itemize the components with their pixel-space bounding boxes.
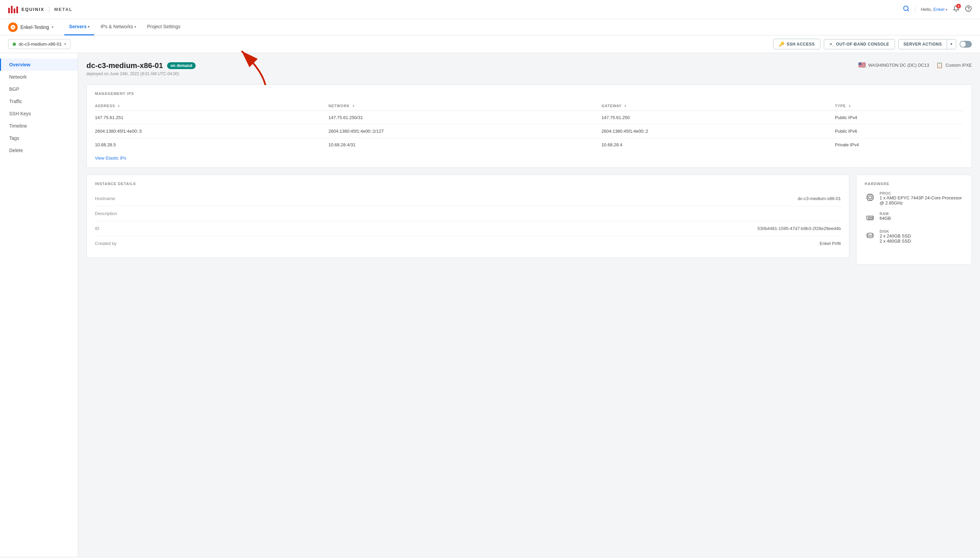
ip-type-cell: Public IPv4 xyxy=(835,111,963,125)
hardware-items: PROC 1 x AMD EPYC 7443P 24-Core Processo… xyxy=(865,191,963,244)
ipxe-text: Custom iPXE xyxy=(946,62,972,68)
logo-bars xyxy=(8,6,18,13)
nav-item-servers[interactable]: Servers ▾ xyxy=(64,19,94,35)
server-actions-caret[interactable]: ▾ xyxy=(947,39,956,49)
server-header: dc-c3-medium-x86-01 on demand deployed o… xyxy=(87,61,972,76)
toggle-button[interactable] xyxy=(960,41,972,48)
table-row: 147.75.61.251 147.75.61.250/31 147.75.61… xyxy=(95,111,963,125)
svg-rect-24 xyxy=(869,217,870,219)
ip-gateway-cell: 2604:1380:45f1:4e00::2 xyxy=(602,125,835,138)
col-gateway[interactable]: GATEWAY ⇕ xyxy=(602,101,835,111)
out-of-band-console-button[interactable]: >_ OUT-OF-BAND CONSOLE xyxy=(824,39,895,49)
svg-rect-26 xyxy=(872,217,873,219)
ipxe-icon: 📋 xyxy=(936,62,943,68)
logo-icon xyxy=(8,6,18,13)
sort-network: ⇕ xyxy=(352,105,355,108)
table-row: 2604:1380:45f1:4e00::3 2604:1380:45f1:4e… xyxy=(95,125,963,138)
detail-label: Created by xyxy=(95,236,356,251)
top-nav-right: Hello, Enkel ▾ 1 xyxy=(903,5,972,14)
server-actions-main[interactable]: SERVER ACTIONS xyxy=(899,39,947,49)
sort-gateway: ⇕ xyxy=(624,105,627,108)
hardware-item: DISK 2 x 240GB SSD2 x 480GB SSD xyxy=(865,229,963,244)
logo: EQUINIX METAL xyxy=(8,6,72,13)
sidebar-item-bgp[interactable]: BGP xyxy=(0,83,78,95)
bottom-grid: INSTANCE DETAILS Hostname dc-c3-medium-x… xyxy=(87,174,972,265)
nav-item-ips-networks[interactable]: IPs & Networks ▾ xyxy=(95,19,141,35)
hw-value: 64GB xyxy=(880,216,893,221)
hardware-card: HARDWARE PROC 1 x AMD EPYC 7443P 24-Core… xyxy=(856,174,972,265)
hw-value: 2 x 240GB SSD2 x 480GB SSD xyxy=(880,233,911,244)
server-actions-split-button[interactable]: SERVER ACTIONS ▾ xyxy=(898,39,956,49)
project-selector[interactable]: Enkel-Testing ▾ xyxy=(8,23,53,32)
server-selector-dropdown-icon: ▾ xyxy=(64,42,66,46)
logo-bar-3 xyxy=(14,8,15,13)
main-content: dc-c3-medium-x86-01 on demand deployed o… xyxy=(78,53,980,556)
hw-details: PROC 1 x AMD EPYC 7443P 24-Core Processo… xyxy=(880,191,963,205)
detail-row: ID 530b4481-1595-47d7-b9b3-2f28e29eed4b xyxy=(95,221,841,236)
top-nav: EQUINIX METAL Hello, Enkel ▾ 1 xyxy=(0,0,980,19)
sidebar-item-traffic[interactable]: Traffic xyxy=(0,95,78,108)
ram-icon xyxy=(865,212,875,223)
disk-icon xyxy=(865,230,875,241)
svg-point-27 xyxy=(867,233,873,235)
ip-network-cell: 2604:1380:45f1:4e00::2/127 xyxy=(328,125,601,138)
top-nav-left: EQUINIX METAL xyxy=(8,6,72,13)
sidebar: Overview Network BGP Traffic SSH Keys Ti… xyxy=(0,53,78,556)
server-selector[interactable]: dc-c3-medium-x86-01 ▾ xyxy=(8,39,71,49)
sidebar-item-timeline[interactable]: Timeline xyxy=(0,120,78,132)
detail-label: Hostname xyxy=(95,191,356,206)
ip-address-cell: 2604:1380:45f1:4e00::3 xyxy=(95,125,328,138)
ip-address-cell: 10.68.28.5 xyxy=(95,138,328,152)
ip-network-cell: 10.68.28.4/31 xyxy=(328,138,601,152)
instance-details-card: INSTANCE DETAILS Hostname dc-c3-medium-x… xyxy=(87,174,849,258)
toggle-circle xyxy=(960,41,966,47)
management-ips-title: MANAGEMENT IPS xyxy=(95,92,963,95)
nav-item-project-settings[interactable]: Project Settings xyxy=(142,19,185,35)
col-address[interactable]: ADDRESS ⇕ xyxy=(95,101,328,111)
view-elastic-ips-link[interactable]: View Elastic IPs xyxy=(95,156,126,161)
user-name-link[interactable]: Enkel xyxy=(933,7,945,12)
search-button[interactable] xyxy=(903,5,909,14)
hardware-item: PROC 1 x AMD EPYC 7443P 24-Core Processo… xyxy=(865,191,963,205)
col-type[interactable]: TYPE ⇕ xyxy=(835,101,963,111)
ipxe-meta: 📋 Custom iPXE xyxy=(936,62,972,68)
cpu-icon xyxy=(865,192,875,203)
logo-bar-1 xyxy=(8,8,10,13)
project-dropdown-icon: ▾ xyxy=(52,25,53,29)
logo-bar-4 xyxy=(16,7,18,13)
help-button[interactable] xyxy=(965,5,972,14)
detail-value xyxy=(356,206,841,221)
detail-value: dc-c3-medium-x86-01 xyxy=(356,191,841,206)
sidebar-item-network[interactable]: Network xyxy=(0,71,78,83)
project-name: Enkel-Testing xyxy=(20,25,49,30)
hw-label: RAM xyxy=(880,212,893,216)
sidebar-item-tags[interactable]: Tags xyxy=(0,132,78,144)
location-text: WASHINGTON DC (DC) DC13 xyxy=(868,62,929,68)
sub-nav: Enkel-Testing ▾ Servers ▾ IPs & Networks… xyxy=(0,19,980,35)
sidebar-item-ssh-keys[interactable]: SSH Keys xyxy=(0,108,78,120)
notifications-button[interactable]: 1 xyxy=(953,5,960,14)
logo-metal: METAL xyxy=(54,7,72,12)
detail-row: Hostname dc-c3-medium-x86-01 xyxy=(95,191,841,206)
ip-type-cell: Public IPv6 xyxy=(835,125,963,138)
sidebar-item-delete[interactable]: Delete xyxy=(0,144,78,156)
hw-details: DISK 2 x 240GB SSD2 x 480GB SSD xyxy=(880,229,911,244)
instance-details-table: Hostname dc-c3-medium-x86-01 Description… xyxy=(95,191,841,251)
location-meta: 🇺🇸 WASHINGTON DC (DC) DC13 xyxy=(858,61,929,69)
user-dropdown-icon[interactable]: ▾ xyxy=(946,8,947,11)
ssh-access-button[interactable]: 🔑 SSH ACCESS xyxy=(773,39,821,49)
detail-label: ID xyxy=(95,221,356,236)
svg-rect-4 xyxy=(867,195,873,200)
logo-separator xyxy=(49,6,49,13)
col-network[interactable]: NETWORK ⇕ xyxy=(328,101,601,111)
logo-bar-2 xyxy=(11,6,13,13)
sidebar-item-overview[interactable]: Overview xyxy=(0,59,78,71)
ssh-icon: 🔑 xyxy=(779,41,785,47)
instance-details-title: INSTANCE DETAILS xyxy=(95,182,841,186)
svg-rect-5 xyxy=(869,196,872,199)
hello-text: Hello, Enkel ▾ xyxy=(921,7,947,12)
ip-gateway-cell: 10.68.28.4 xyxy=(602,138,835,152)
ips-dropdown-icon: ▾ xyxy=(135,25,136,29)
ip-type-cell: Private IPv4 xyxy=(835,138,963,152)
logo-equinix: EQUINIX METAL xyxy=(21,6,72,13)
